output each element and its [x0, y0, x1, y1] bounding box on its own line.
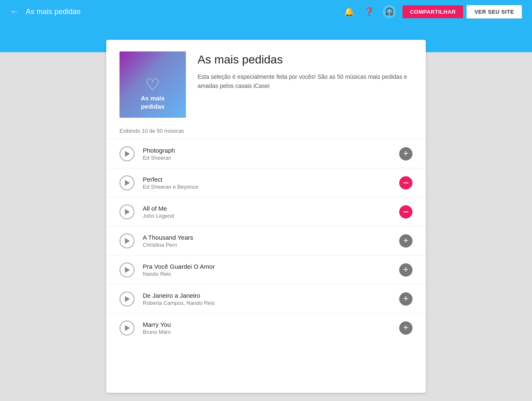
playlist-cover: ♡ As maispedidas — [120, 51, 186, 118]
song-artist: Ed Sheeran — [143, 155, 399, 161]
song-list: PhotographEd SheeranPerfectEd Sheeran e … — [106, 139, 426, 342]
remove-song-button[interactable] — [399, 176, 412, 190]
song-title: Marry You — [143, 321, 399, 328]
play-button[interactable] — [120, 321, 134, 335]
song-title: A Thousand Years — [143, 234, 399, 241]
playlist-description: Esta seleção é especialmente feita por v… — [198, 72, 412, 91]
table-row: A Thousand YearsChristina Perri — [106, 226, 426, 255]
song-artist: John Legend — [143, 213, 399, 219]
cover-label: As maispedidas — [120, 94, 186, 110]
add-song-button[interactable] — [399, 147, 412, 160]
add-song-button[interactable] — [399, 292, 412, 306]
song-title: Perfect — [143, 176, 399, 183]
header: ← As mais pedidas 🔔 ❓ 🎧 COMPARTILHAR VER… — [0, 0, 532, 23]
play-icon — [125, 296, 130, 302]
header-title: As mais pedidas — [26, 7, 343, 16]
remove-song-button[interactable] — [399, 205, 412, 219]
table-row: PerfectEd Sheeran e Beyonce — [106, 168, 426, 197]
song-info: All of MeJohn Legend — [143, 205, 399, 219]
song-title: De Janeiro a Janeiro — [143, 292, 399, 299]
playlist-title: As mais pedidas — [198, 53, 412, 66]
song-artist: Nando Reis — [143, 271, 399, 277]
share-button[interactable]: COMPARTILHAR — [403, 5, 463, 18]
table-row: Pra Você Guardei O AmorNando Reis — [106, 255, 426, 284]
headset-icon[interactable]: 🎧 — [383, 5, 396, 18]
play-icon — [125, 209, 130, 215]
count-line: Exibindo 10 de 50 músicas — [106, 128, 426, 139]
song-info: Marry YouBruno Mars — [143, 321, 399, 335]
song-info: Pra Você Guardei O AmorNando Reis — [143, 263, 399, 277]
song-info: PerfectEd Sheeran e Beyonce — [143, 176, 399, 190]
play-icon — [125, 180, 130, 186]
view-site-button[interactable]: VER SEU SITE — [466, 5, 522, 19]
play-icon — [125, 238, 130, 244]
song-artist: Ed Sheeran e Beyonce — [143, 184, 399, 190]
play-button[interactable] — [120, 204, 134, 219]
song-info: A Thousand YearsChristina Perri — [143, 234, 399, 248]
play-icon — [125, 267, 130, 273]
song-title: Pra Você Guardei O Amor — [143, 263, 399, 270]
header-icons: 🔔 ❓ 🎧 — [343, 5, 396, 18]
song-info: PhotographEd Sheeran — [143, 147, 399, 161]
page-body: ♡ As maispedidas As mais pedidas Esta se… — [0, 52, 532, 401]
table-row: All of MeJohn Legend — [106, 197, 426, 226]
song-title: Photograph — [143, 147, 399, 154]
song-artist: Christina Perri — [143, 242, 399, 248]
help-icon[interactable]: ❓ — [363, 5, 376, 18]
main-card: ♡ As maispedidas As mais pedidas Esta se… — [106, 40, 426, 393]
play-button[interactable] — [120, 175, 134, 190]
table-row: PhotographEd Sheeran — [106, 139, 426, 168]
add-song-button[interactable] — [399, 321, 412, 335]
play-icon — [125, 325, 130, 331]
play-button[interactable] — [120, 262, 134, 277]
play-button[interactable] — [120, 146, 134, 161]
add-song-button[interactable] — [399, 234, 412, 248]
table-row: Marry YouBruno Mars — [106, 313, 426, 342]
play-icon — [125, 151, 130, 157]
play-button[interactable] — [120, 233, 134, 248]
play-button[interactable] — [120, 292, 134, 306]
cover-hearts: ♡ — [145, 76, 160, 93]
song-artist: Roberta Campos, Nando Reis — [143, 300, 399, 306]
back-button[interactable]: ← — [10, 6, 19, 17]
table-row: De Janeiro a JaneiroRoberta Campos, Nand… — [106, 284, 426, 313]
playlist-header: ♡ As maispedidas As mais pedidas Esta se… — [106, 40, 426, 128]
playlist-info: As mais pedidas Esta seleção é especialm… — [198, 51, 412, 91]
song-artist: Bruno Mars — [143, 329, 399, 335]
song-title: All of Me — [143, 205, 399, 212]
notification-icon[interactable]: 🔔 — [343, 5, 356, 18]
song-info: De Janeiro a JaneiroRoberta Campos, Nand… — [143, 292, 399, 306]
heart-icon: ♡ — [145, 76, 160, 93]
add-song-button[interactable] — [399, 263, 412, 277]
